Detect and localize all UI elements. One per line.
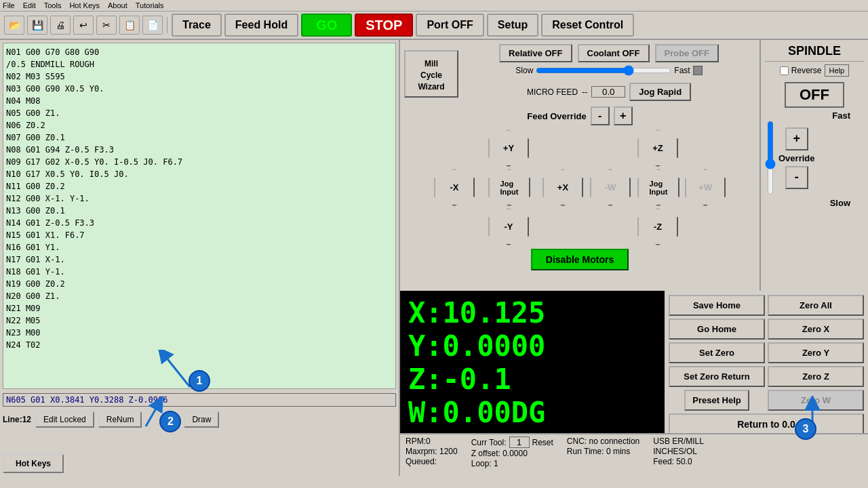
- slow-label: Slow: [515, 66, 533, 75]
- save-icon[interactable]: 💾: [27, 16, 47, 35]
- feed-label: Feed: 50.0: [653, 457, 704, 466]
- spindle-panel: SPINDLE Reverse Help OFF Fast + Override…: [760, 40, 868, 291]
- speed-slider[interactable]: [536, 65, 671, 76]
- override-plus-button[interactable]: +: [614, 106, 633, 125]
- gcode-current-line-input[interactable]: [3, 393, 396, 407]
- trace-button[interactable]: Trace: [172, 14, 222, 37]
- main-content: N01 G00 G70 G80 G90/0.5 ENDMILL ROUGHN02…: [0, 40, 868, 476]
- usb-label: USB ER/MILL: [653, 436, 704, 446]
- jog-rapid-button[interactable]: Jog Rapid: [629, 83, 691, 101]
- renum-button[interactable]: ReNum: [98, 411, 142, 428]
- zero-y-button[interactable]: Zero Y: [768, 342, 864, 363]
- jog-minus-w-button[interactable]: -W: [590, 169, 631, 206]
- line-number-label: Line:12: [3, 415, 31, 424]
- zero-all-button[interactable]: Zero All: [768, 295, 864, 316]
- disable-motors-button[interactable]: Disable Motors: [531, 249, 629, 270]
- menu-file[interactable]: File: [3, 1, 15, 9]
- spindle-title: SPINDLE: [765, 44, 864, 62]
- zero-x-button[interactable]: Zero X: [768, 319, 864, 340]
- dro-buttons: Save Home Zero All Go Home Zero X Set Ze…: [665, 291, 868, 433]
- menu-tutorials[interactable]: Tutorials: [136, 1, 164, 9]
- spindle-reverse-checkbox[interactable]: [780, 66, 789, 75]
- spindle-help-button[interactable]: Help: [825, 64, 850, 77]
- gcode-line: N18 G01 Y-1.: [6, 266, 393, 278]
- port-off-button[interactable]: Port OFF: [416, 14, 484, 37]
- relative-off-button[interactable]: Relative OFF: [499, 44, 572, 62]
- mill-cycle-wizard-button[interactable]: MillCycleWizard: [404, 50, 458, 98]
- setup-button[interactable]: Setup: [487, 14, 538, 37]
- open-icon[interactable]: 📂: [4, 16, 24, 35]
- jog-input-left-button[interactable]: JogInput: [488, 169, 530, 206]
- toolbar: 📂 💾 🖨 ↩ ✂ 📋 📄 Trace Feed Hold GO STOP Po…: [0, 12, 868, 40]
- jog-minus-y-button[interactable]: -Y: [488, 208, 529, 245]
- edit-locked-button[interactable]: Edit Locked: [35, 411, 94, 428]
- gcode-line: N13 G00 Z0.1: [6, 205, 393, 217]
- curr-tool-input[interactable]: [509, 436, 530, 448]
- coolant-off-button[interactable]: Coolant OFF: [578, 44, 650, 62]
- gcode-line: N06 Z0.2: [6, 119, 393, 131]
- save-home-button[interactable]: Save Home: [669, 295, 765, 316]
- preset-help-button[interactable]: Preset Help: [684, 390, 749, 411]
- gcode-line: N14 G01 Z-0.5 F3.3: [6, 217, 393, 229]
- copy-icon[interactable]: 📋: [119, 16, 140, 35]
- maxrpm-label: Maxrpm: 1200: [406, 447, 458, 456]
- gcode-line: N01 G00 G70 G80 G90: [6, 46, 393, 58]
- jog-input-right-button[interactable]: JogInput: [637, 169, 679, 206]
- loop-label: Loop: 1: [471, 459, 553, 468]
- zero-z-button[interactable]: Zero Z: [768, 366, 864, 387]
- reset-control-button[interactable]: Reset Control: [541, 14, 634, 37]
- jog-plus-w-button[interactable]: +W: [685, 169, 726, 206]
- gcode-line: N15 G01 X1. F6.7: [6, 229, 393, 241]
- right-panel: MillCycleWizard Relative OFF Coolant OFF…: [400, 40, 868, 476]
- dro-w: W:0.00DG: [408, 396, 656, 429]
- hotkeys-button[interactable]: Hot Keys: [3, 454, 64, 473]
- spindle-minus-button[interactable]: -: [785, 166, 808, 189]
- menu-edit[interactable]: Edit: [23, 1, 36, 9]
- stop-button[interactable]: STOP: [355, 14, 413, 37]
- jog-minus-z-button[interactable]: -Z: [637, 208, 678, 245]
- spindle-override-col: + Override -: [778, 127, 814, 189]
- set-zero-button[interactable]: Set Zero: [669, 342, 765, 363]
- undo-icon[interactable]: ↩: [73, 16, 94, 35]
- microfeed-input[interactable]: [591, 86, 625, 98]
- inches-label: INCHES/OL: [653, 447, 704, 456]
- jog-minus-x-button[interactable]: -X: [434, 169, 475, 206]
- paste-icon[interactable]: 📄: [142, 16, 163, 35]
- reset-value-label: Z offset: 0.0000: [471, 449, 553, 458]
- jog-plus-z-button[interactable]: +Z: [637, 129, 678, 167]
- dro-z: Z:-0.1: [408, 363, 656, 396]
- go-home-button[interactable]: Go Home: [669, 319, 765, 340]
- draw-button[interactable]: Draw: [184, 411, 219, 428]
- gcode-line: N20 G00 Z1.: [6, 290, 393, 302]
- microfeed-label: MICRO FEED: [527, 87, 578, 97]
- menu-hotkeys[interactable]: Hot Keys: [69, 1, 100, 9]
- spindle-reverse-label: Reverse: [791, 66, 822, 75]
- gcode-line: N23 M00: [6, 327, 393, 339]
- feed-hold-button[interactable]: Feed Hold: [224, 14, 298, 37]
- override-minus-button[interactable]: -: [591, 106, 610, 125]
- annotation-3: 3: [795, 418, 816, 440]
- go-button[interactable]: GO: [301, 14, 352, 37]
- dro-coordinates: X:10.125 Y:0.0000 Z:-0.1 W:0.00DG: [400, 291, 665, 433]
- jog-plus-x-button[interactable]: +X: [542, 169, 583, 206]
- menu-about[interactable]: About: [108, 1, 127, 9]
- jog-plus-y-button[interactable]: +Y: [488, 129, 529, 167]
- toggle-row: MillCycleWizard Relative OFF Coolant OFF…: [404, 44, 755, 104]
- menu-tools[interactable]: Tools: [44, 1, 62, 9]
- feed-override-row: Feed Override - +: [404, 106, 755, 125]
- spindle-plus-button[interactable]: +: [785, 127, 808, 150]
- set-zero-return-button[interactable]: Set Zero Return: [669, 366, 765, 387]
- gcode-editor[interactable]: N01 G00 G70 G80 G90/0.5 ENDMILL ROUGHN02…: [3, 43, 396, 389]
- control-top: MillCycleWizard Relative OFF Coolant OFF…: [400, 40, 868, 291]
- gcode-line: N17 G01 X-1.: [6, 253, 393, 266]
- left-panel: N01 G00 G70 G80 G90/0.5 ENDMILL ROUGHN02…: [0, 40, 400, 476]
- probe-off-button[interactable]: Probe OFF: [655, 44, 719, 62]
- cut-icon[interactable]: ✂: [96, 16, 117, 35]
- spindle-speed-slider[interactable]: [765, 121, 776, 195]
- spindle-status: OFF: [785, 82, 844, 108]
- return-to-0-button[interactable]: Return to 0.0: [669, 413, 864, 435]
- gcode-line: /0.5 ENDMILL ROUGH: [6, 58, 393, 70]
- gcode-line: N02 M03 S595: [6, 70, 393, 83]
- cnc-status-label: CNC: no connection: [567, 436, 639, 446]
- print-icon[interactable]: 🖨: [50, 16, 71, 35]
